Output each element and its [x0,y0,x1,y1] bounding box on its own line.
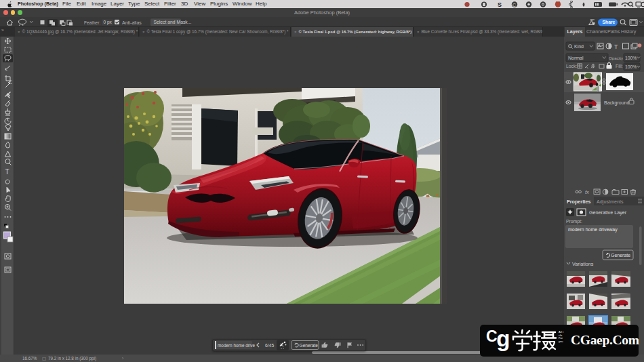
svg-text:Share: Share [603,20,616,24]
svg-text:T: T [614,43,618,50]
svg-text:Adjustments: Adjustments [597,199,624,205]
svg-text:6/45: 6/45 [265,343,274,348]
svg-text:Variations: Variations [572,261,594,267]
svg-text:100%: 100% [625,64,637,69]
svg-text:Generate: Generate [611,253,630,258]
svg-text:0 px: 0 px [104,20,113,25]
svg-text:Anti-alias: Anti-alias [122,20,142,25]
svg-text:Kind: Kind [574,44,584,49]
svg-text:fx: fx [585,189,589,195]
svg-text:Lock:: Lock: [566,64,577,68]
svg-text:Opacity:: Opacity: [609,56,624,60]
svg-text:Fill:: Fill: [616,64,623,68]
svg-text:T: T [5,168,9,176]
svg-text:Generative Layer: Generative Layer [589,209,627,216]
svg-text:Select and Mask...: Select and Mask... [154,20,192,24]
svg-text:modern home drive: modern home drive [218,343,256,348]
svg-text:Background: Background [604,100,629,106]
svg-text:Normal: Normal [568,56,584,60]
svg-text:modern home driveway: modern home driveway [568,227,618,233]
svg-text:Feather:: Feather: [84,20,100,25]
svg-text:S: S [498,1,502,8]
svg-text:Properties: Properties [567,199,591,205]
svg-text:100%: 100% [625,56,637,60]
svg-text:C: C [512,3,516,7]
svg-text:Generate: Generate [300,343,319,348]
svg-text:Prompt:: Prompt: [566,219,582,224]
